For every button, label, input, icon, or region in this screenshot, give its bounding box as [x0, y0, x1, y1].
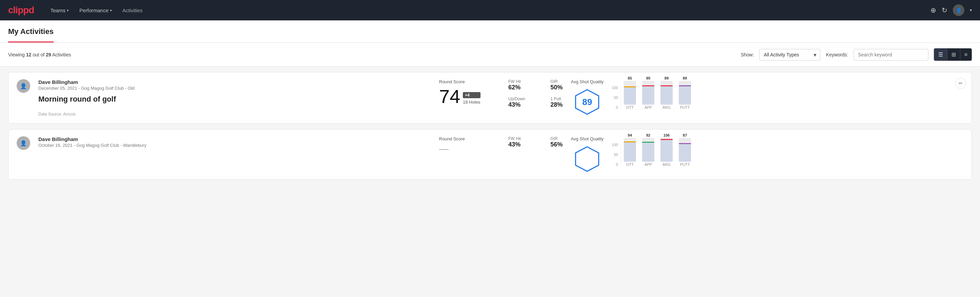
shot-quality-section: Avg Shot Quality 89 100500 85: [571, 79, 963, 115]
hexagon: 89: [574, 88, 601, 115]
bar-fill: [624, 141, 636, 162]
avatar-person-icon: 👤: [20, 140, 27, 147]
avg-shot-quality-label: Avg Shot Quality: [571, 136, 604, 141]
card-data-source: Data Source: Arccos: [38, 112, 431, 117]
avg-shot-quality-label: Avg Shot Quality: [571, 79, 604, 84]
stat-row-2: Up/Down 43% 1 Putt 28%: [508, 96, 563, 109]
score-section: Round Score 74 +4 18 Holes: [439, 79, 500, 106]
logo: clippd: [8, 5, 34, 16]
svg-marker-1: [576, 147, 599, 171]
bar-value: 89: [665, 76, 668, 80]
bar-top-line: [679, 143, 691, 144]
bar-col: 87 PUTT: [679, 133, 691, 166]
gir-stat: GIR 56%: [550, 136, 563, 148]
bar-wrap: [642, 81, 654, 105]
updown-stat: Up/Down 43%: [508, 96, 525, 109]
bar-chart: 100500 94 OTT 92: [612, 143, 963, 166]
bar-value: 92: [646, 133, 650, 137]
card-avatar-section: 👤: [17, 136, 30, 150]
stats-section: FW Hit 43% GIR 56%: [508, 136, 563, 153]
bar-label: PUTT: [680, 163, 690, 166]
stat-row-1: FW Hit 43% GIR 56%: [508, 136, 563, 148]
fw-hit-label: FW Hit: [508, 79, 521, 84]
bar-wrap: [660, 81, 673, 105]
refresh-icon[interactable]: ↻: [942, 6, 947, 14]
fw-hit-value: 43%: [508, 141, 521, 148]
navbar: clippd Teams ▾ Performance ▾ Activities …: [0, 0, 980, 21]
search-input[interactable]: [854, 49, 928, 61]
toolbar: Viewing 12 out of 29 Activities Show: Al…: [0, 43, 980, 67]
bar-fill: [624, 86, 636, 105]
stat-row-1: FW Hit 62% GIR 50%: [508, 79, 563, 91]
hexagon-score: 89: [582, 97, 592, 107]
score-main: 74 +4 18 Holes: [439, 87, 500, 106]
avatar: 👤: [17, 136, 30, 150]
oneputt-label: 1 Putt: [550, 96, 563, 101]
bar-col: 89 ARG: [660, 76, 673, 109]
gir-value: 56%: [550, 141, 563, 148]
bar-wrap: [642, 138, 654, 162]
nav-performance[interactable]: Performance ▾: [80, 5, 112, 16]
card-info: Dave Billingham October 16, 2021 - Gog M…: [38, 136, 431, 148]
card-info: Dave Billingham December 05, 2021 - Gog …: [38, 79, 431, 117]
fw-hit-value: 62%: [508, 84, 521, 91]
stats-section: FW Hit 62% GIR 50% Up/Down 43% 1 Putt 28…: [508, 79, 563, 114]
user-menu-chevron[interactable]: ▾: [970, 8, 972, 13]
page-title: My Activities: [8, 21, 54, 43]
score-main: —: [439, 144, 500, 153]
fw-hit-label: FW Hit: [508, 136, 521, 141]
view-grid-button[interactable]: ⊞: [947, 49, 960, 61]
bar-top-line: [642, 142, 654, 143]
hexagon-svg: [574, 145, 601, 172]
card-date-course: December 05, 2021 - Gog Magog Golf Club …: [38, 86, 431, 91]
gir-stat: GIR 50%: [550, 79, 563, 91]
bar-label: OTT: [626, 163, 634, 166]
page-header: My Activities: [0, 21, 980, 43]
bar-label: ARG: [662, 163, 671, 166]
view-list-compact-button[interactable]: ☰: [934, 49, 947, 61]
bar-top-line: [660, 139, 673, 140]
bar-top-line: [624, 141, 636, 142]
round-score-label: Round Score: [439, 136, 500, 141]
updown-value: 43%: [508, 101, 525, 109]
round-score-label: Round Score: [439, 79, 500, 84]
hexagon-container: [571, 145, 604, 172]
shot-quality-section: Avg Shot Quality 100500 94: [571, 136, 963, 172]
avatar-icon: 👤: [956, 8, 962, 13]
user-avatar-button[interactable]: 👤: [953, 5, 964, 16]
view-toggle-group: ☰ ⊞ ≡: [934, 48, 972, 61]
avatar-person-icon: 👤: [20, 83, 27, 89]
bar-fill: [679, 143, 691, 162]
bar-value: 94: [628, 133, 632, 137]
add-circle-icon[interactable]: ⊕: [931, 6, 936, 14]
card-activity-name: Morning round of golf: [38, 95, 431, 104]
activity-type-select[interactable]: All Activity Types: [759, 49, 820, 61]
fw-hit-stat: FW Hit 62%: [508, 79, 521, 91]
updown-label: Up/Down: [508, 96, 525, 101]
score-number: 74: [439, 87, 460, 106]
hexagon: [574, 145, 601, 172]
bar-fill: [660, 139, 673, 162]
score-badge-holes: +4 18 Holes: [463, 92, 480, 105]
card-user-name: Dave Billingham: [38, 79, 431, 85]
gir-label: GIR: [550, 79, 563, 84]
card-user-name: Dave Billingham: [38, 136, 431, 142]
keywords-label: Keywords:: [826, 52, 848, 57]
bar-wrap: [624, 81, 636, 105]
show-label: Show:: [741, 52, 754, 57]
card-date-course: October 16, 2021 - Gog Magog Golf Club -…: [38, 143, 431, 148]
hexagon-container: 89: [571, 88, 604, 115]
bar-value: 87: [683, 133, 687, 137]
bar-col: 89 PUTT: [679, 76, 691, 109]
nav-activities[interactable]: Activities: [123, 5, 143, 16]
nav-teams[interactable]: Teams ▾: [50, 5, 68, 16]
activity-type-select-wrapper: All Activity Types: [759, 49, 820, 61]
view-list-detail-button[interactable]: ≡: [960, 49, 972, 61]
chevron-down-icon: ▾: [67, 8, 68, 12]
bar-value: 85: [628, 76, 632, 80]
bar-wrap: [660, 138, 673, 162]
edit-button[interactable]: ✏: [955, 78, 966, 89]
bar-top-line: [624, 86, 636, 87]
bar-fill: [642, 85, 654, 105]
bar-label: OTT: [626, 105, 634, 109]
